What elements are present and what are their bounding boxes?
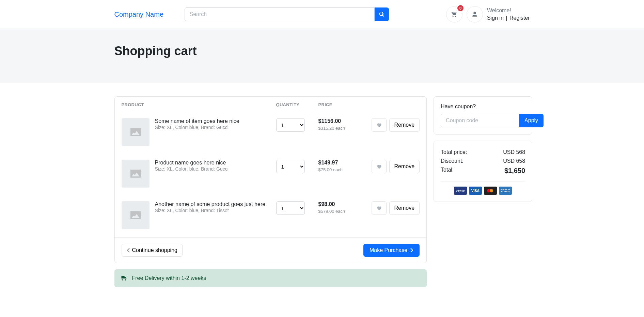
product-title[interactable]: Some name of item goes here nice xyxy=(155,118,239,124)
welcome-block: Welcome! Sign in | Register xyxy=(487,7,530,22)
product-thumbnail xyxy=(122,160,150,188)
separator: | xyxy=(506,15,509,21)
product-title[interactable]: Another name of some product goes just h… xyxy=(155,201,266,207)
quantity-select[interactable]: 1 xyxy=(276,160,305,173)
col-quantity-header: QUANTITY xyxy=(276,102,318,107)
product-thumbnail xyxy=(122,118,150,146)
coupon-card: Have coupon? Apply xyxy=(434,96,532,134)
discount-label: Discount: xyxy=(441,158,464,164)
price-total: $98.00 xyxy=(318,201,372,207)
search-form xyxy=(185,7,389,21)
search-input[interactable] xyxy=(185,7,375,21)
make-purchase-label: Make Purchase xyxy=(370,247,407,253)
search-icon xyxy=(379,12,384,17)
total-price-value: USD 568 xyxy=(503,149,525,155)
page-header: Shopping cart xyxy=(0,29,644,83)
discount-value: USD 658 xyxy=(503,158,525,164)
cart-row: Some name of item goes here nice Size: X… xyxy=(115,113,427,154)
mastercard-logo-icon xyxy=(484,187,497,195)
quantity-select[interactable]: 1 xyxy=(276,201,305,215)
cart-card: PRODUCT QUANTITY PRICE Some name of item… xyxy=(114,96,427,263)
summary-card: Total price: USD 568 Discount: USD 658 T… xyxy=(434,141,532,202)
chevron-right-icon xyxy=(410,248,413,253)
continue-shopping-label: Continue shopping xyxy=(132,247,177,253)
account-button[interactable] xyxy=(467,6,483,22)
wishlist-button[interactable] xyxy=(372,201,387,215)
total-price-label: Total price: xyxy=(441,149,467,155)
wishlist-button[interactable] xyxy=(372,160,387,173)
brand-link[interactable]: Company Name xyxy=(114,11,185,18)
coupon-apply-button[interactable]: Apply xyxy=(519,114,544,127)
remove-button[interactable]: Remove xyxy=(389,201,420,215)
product-meta: Size: XL, Color: blue, Brand: Gucci xyxy=(155,124,247,131)
cart-row: Another name of some product goes just h… xyxy=(115,196,427,237)
wishlist-button[interactable] xyxy=(372,118,387,132)
welcome-text: Welcome! xyxy=(487,7,530,14)
visa-logo-icon: VISA xyxy=(469,187,482,195)
heart-icon xyxy=(376,205,382,211)
paypal-logo-icon: PayPal xyxy=(454,187,467,195)
heart-icon xyxy=(376,164,382,169)
cart-footer: Continue shopping Make Purchase xyxy=(115,237,427,263)
cart-icon xyxy=(451,11,457,17)
make-purchase-button[interactable]: Make Purchase xyxy=(363,244,420,257)
quantity-select[interactable]: 1 xyxy=(276,118,305,132)
coupon-input[interactable] xyxy=(441,114,519,127)
register-link[interactable]: Register xyxy=(509,15,530,21)
price-each: $578.00 each xyxy=(318,209,372,214)
delivery-alert: Free Delivery within 1-2 weeks xyxy=(114,269,427,287)
search-button[interactable] xyxy=(375,7,389,21)
signin-link[interactable]: Sign in xyxy=(487,15,504,21)
product-thumbnail xyxy=(122,201,150,229)
page-title: Shopping cart xyxy=(114,44,530,58)
product-title[interactable]: Product name goes here nice xyxy=(155,160,226,165)
summary-divider xyxy=(441,181,525,182)
price-each: $75.00 each xyxy=(318,167,372,172)
col-price-header: PRICE xyxy=(318,102,372,107)
col-product-header: PRODUCT xyxy=(122,102,276,107)
continue-shopping-button[interactable]: Continue shopping xyxy=(122,244,183,257)
top-bar: Company Name 0 Welcome! Sign in | Regist… xyxy=(0,0,644,29)
cart-button[interactable]: 0 xyxy=(446,6,462,22)
table-header: PRODUCT QUANTITY PRICE xyxy=(115,97,427,113)
user-icon xyxy=(472,11,478,17)
remove-button[interactable]: Remove xyxy=(389,160,420,173)
payment-logos: PayPal VISA AMERICAN EXPRESS xyxy=(441,187,525,195)
price-total: $1156.00 xyxy=(318,118,372,124)
cart-count-badge: 0 xyxy=(457,5,464,11)
price-each: $315.20 each xyxy=(318,126,372,131)
product-meta: Size: XL, Color: blue, Brand: Gucci xyxy=(155,166,247,173)
amex-logo-icon: AMERICAN EXPRESS xyxy=(499,187,512,195)
delivery-alert-text: Free Delivery within 1-2 weeks xyxy=(132,275,206,281)
total-label: Total: xyxy=(441,167,454,175)
price-total: $149.97 xyxy=(318,160,372,166)
total-value: $1,650 xyxy=(504,167,525,175)
remove-button[interactable]: Remove xyxy=(389,118,420,132)
product-meta: Size: XL, Color: blue, Brand: Tissot xyxy=(155,207,247,214)
heart-icon xyxy=(376,122,382,128)
truck-icon xyxy=(121,275,127,282)
coupon-label: Have coupon? xyxy=(441,104,525,110)
chevron-left-icon xyxy=(127,248,130,253)
cart-row: Product name goes here nice Size: XL, Co… xyxy=(115,154,427,196)
